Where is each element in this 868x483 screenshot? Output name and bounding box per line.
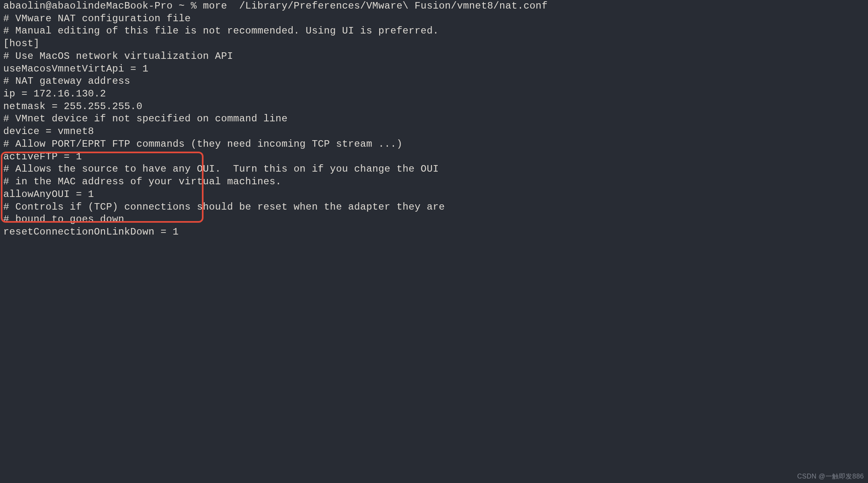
terminal-output-line: # bound to goes down [3, 213, 865, 226]
terminal-output-line: # Controls if (TCP) connections should b… [3, 201, 865, 214]
terminal-output-line: activeFTP = 1 [3, 151, 865, 163]
terminal-output-line: [host] [3, 38, 865, 50]
terminal-output-line: # VMnet device if not specified on comma… [3, 113, 865, 125]
terminal-output-line: # Manual editing of this file is not rec… [3, 25, 865, 38]
terminal-output-line: # Use MacOS network virtualization API [3, 50, 865, 63]
terminal-output-line: # Allows the source to have any OUI. Tur… [3, 163, 865, 176]
terminal-output-line: ip = 172.16.130.2 [3, 88, 865, 101]
terminal-window[interactable]: abaolin@abaolindeMacBook-Pro ~ % more /L… [0, 0, 868, 483]
terminal-output-line: # VMware NAT configuration file [3, 13, 865, 25]
terminal-output-line: useMacosVmnetVirtApi = 1 [3, 63, 865, 76]
terminal-output-line: # Allow PORT/EPRT FTP commands (they nee… [3, 138, 865, 151]
terminal-output-line: # NAT gateway address [3, 75, 865, 88]
terminal-output-line: netmask = 255.255.255.0 [3, 101, 865, 113]
terminal-output-line: device = vmnet8 [3, 125, 865, 138]
terminal-output-line: allowAnyOUI = 1 [3, 188, 865, 201]
terminal-prompt-line: abaolin@abaolindeMacBook-Pro ~ % more /L… [3, 0, 865, 13]
watermark-text: CSDN @一触即发886 [797, 472, 864, 481]
terminal-output-line: resetConnectionOnLinkDown = 1 [3, 226, 865, 239]
terminal-output-line: # in the MAC address of your virtual mac… [3, 176, 865, 188]
